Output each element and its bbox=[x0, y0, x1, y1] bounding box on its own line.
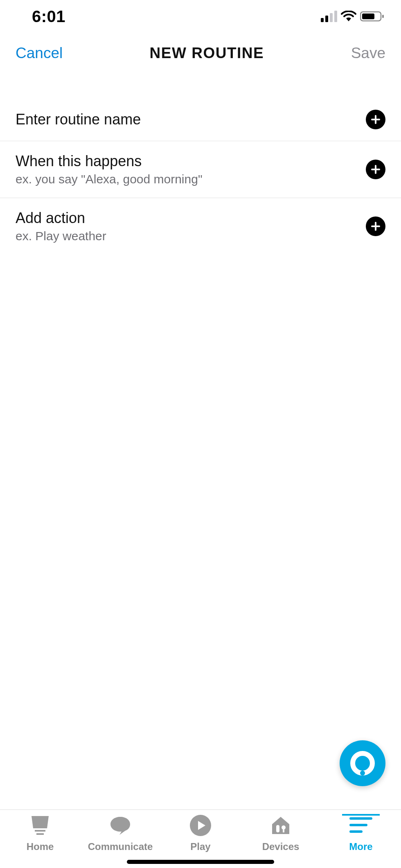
svg-rect-5 bbox=[362, 14, 374, 19]
plus-icon bbox=[371, 221, 381, 231]
status-bar: 6:01 bbox=[0, 0, 401, 33]
action-example: ex. Play weather bbox=[16, 229, 106, 243]
tab-play-label: Play bbox=[190, 841, 210, 852]
plus-icon bbox=[371, 115, 381, 124]
svg-point-8 bbox=[360, 771, 365, 776]
svg-point-13 bbox=[282, 825, 286, 830]
home-icon bbox=[30, 816, 50, 836]
tab-play[interactable]: Play bbox=[160, 815, 241, 852]
alexa-ring-icon bbox=[349, 749, 376, 777]
tab-bar: Home Communicate Play bbox=[0, 809, 401, 868]
page-title: NEW ROUTINE bbox=[63, 45, 351, 62]
svg-rect-9 bbox=[35, 830, 45, 832]
tab-active-indicator bbox=[342, 814, 380, 816]
tab-more[interactable]: More bbox=[321, 815, 401, 852]
add-action-button[interactable] bbox=[366, 216, 385, 236]
alexa-voice-button[interactable] bbox=[340, 740, 385, 786]
tab-more-label: More bbox=[349, 841, 372, 852]
cancel-button[interactable]: Cancel bbox=[16, 45, 63, 62]
routine-name-label: Enter routine name bbox=[16, 111, 141, 128]
cellular-icon bbox=[321, 11, 337, 22]
trigger-row[interactable]: When this happens ex. you say "Alexa, go… bbox=[0, 141, 401, 198]
content: Enter routine name When this happens ex.… bbox=[0, 74, 401, 255]
tab-devices-label: Devices bbox=[262, 841, 300, 852]
action-label: Add action bbox=[16, 210, 106, 227]
trigger-label: When this happens bbox=[16, 153, 203, 170]
tab-home[interactable]: Home bbox=[0, 815, 80, 852]
tab-communicate-label: Communicate bbox=[88, 841, 153, 852]
tab-devices[interactable]: Devices bbox=[241, 815, 321, 852]
trigger-example: ex. you say "Alexa, good morning" bbox=[16, 172, 203, 186]
svg-rect-2 bbox=[330, 13, 333, 22]
tab-communicate[interactable]: Communicate bbox=[80, 815, 160, 852]
svg-rect-0 bbox=[321, 18, 324, 22]
tab-home-label: Home bbox=[27, 841, 54, 852]
svg-rect-12 bbox=[276, 825, 279, 832]
wifi-icon bbox=[340, 11, 357, 22]
home-indicator bbox=[127, 860, 274, 864]
menu-icon bbox=[349, 817, 372, 835]
svg-rect-3 bbox=[334, 11, 337, 22]
play-icon bbox=[190, 815, 211, 838]
svg-rect-10 bbox=[36, 833, 44, 835]
status-time: 6:01 bbox=[32, 7, 65, 26]
devices-icon bbox=[270, 815, 291, 837]
svg-point-7 bbox=[353, 753, 372, 773]
svg-rect-16 bbox=[349, 824, 367, 826]
action-row[interactable]: Add action ex. Play weather bbox=[0, 198, 401, 255]
battery-icon bbox=[360, 11, 385, 22]
svg-rect-15 bbox=[349, 817, 372, 820]
routine-name-row[interactable]: Enter routine name bbox=[0, 98, 401, 141]
status-right bbox=[321, 11, 385, 22]
svg-rect-14 bbox=[283, 829, 284, 832]
add-trigger-button[interactable] bbox=[366, 160, 385, 179]
svg-rect-17 bbox=[349, 830, 363, 833]
svg-rect-6 bbox=[382, 15, 384, 18]
save-button[interactable]: Save bbox=[351, 45, 385, 62]
svg-rect-1 bbox=[325, 16, 328, 22]
nav-bar: Cancel NEW ROUTINE Save bbox=[0, 33, 401, 74]
plus-icon bbox=[371, 165, 381, 174]
chat-icon bbox=[110, 816, 131, 836]
add-name-button[interactable] bbox=[366, 110, 385, 129]
